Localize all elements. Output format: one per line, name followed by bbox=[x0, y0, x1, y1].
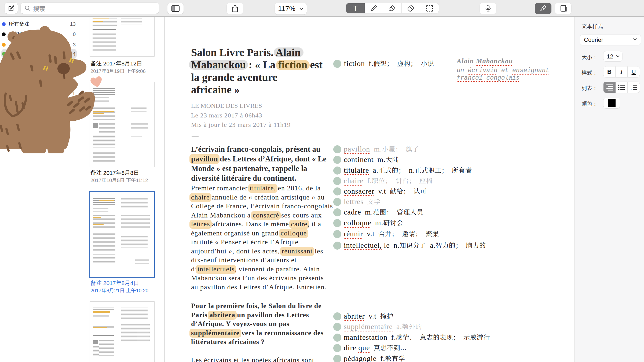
svg-text:1: 1 bbox=[630, 84, 632, 87]
svg-text:2: 2 bbox=[630, 88, 632, 91]
